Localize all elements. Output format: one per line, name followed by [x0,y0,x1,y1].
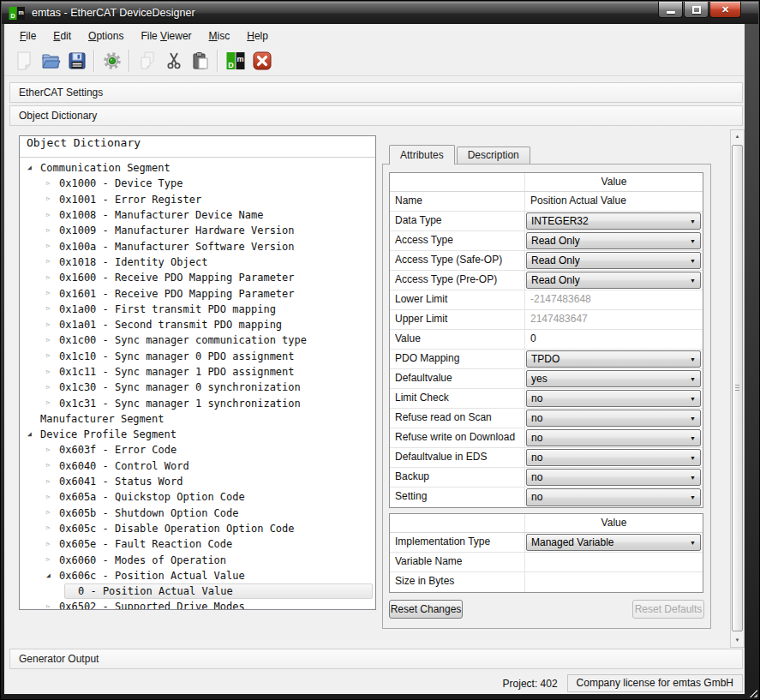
cut-button[interactable] [160,48,187,74]
collapsed-triangle-icon[interactable]: ▷ [46,322,59,328]
tree-item[interactable]: ▷0x1018 - Identity Object [20,254,375,270]
tree-item[interactable]: ▷0x1001 - Error Register [20,192,375,207]
copy-button[interactable] [134,48,160,74]
collapsed-triangle-icon[interactable]: ▷ [46,196,59,202]
refuse-read-on-scan-combo[interactable]: no▼ [526,410,701,427]
tree-item[interactable]: ▷0x1a00 - First transmit PDO mapping [20,302,375,317]
resize-grip[interactable] [747,687,757,697]
collapsed-triangle-icon[interactable]: ▷ [46,306,59,312]
expanded-triangle-icon[interactable]: ◢ [46,572,59,579]
open-button[interactable] [37,48,63,74]
paste-button[interactable] [187,48,213,74]
scrollbar-thumb[interactable] [732,145,743,631]
tree-item[interactable]: 0 - Position Actual Value [20,583,375,599]
tree-item[interactable]: ▷0x603f - Error Code [20,442,375,458]
collapsed-triangle-icon[interactable]: ▷ [46,212,59,218]
tree-item[interactable]: ▷0x1c00 - Sync manager communication typ… [20,332,375,348]
tree-item[interactable]: ▷0x605b - Shutdown Option Code [20,506,375,521]
collapsed-triangle-icon[interactable]: ▷ [46,525,59,531]
emtas-logo-button[interactable]: D m [222,48,248,74]
section-generator-output[interactable]: Generator Output [9,649,743,669]
menu-item-file[interactable]: File [11,27,45,45]
tree-item[interactable]: ◢Communication Segment [20,160,375,176]
collapsed-triangle-icon[interactable]: ▷ [46,290,59,296]
pdo-mapping-combo[interactable]: TPDO▼ [526,350,701,368]
tree-item[interactable]: ▷0x6502 - Supported Drive Modes [20,599,375,609]
collapsed-triangle-icon[interactable]: ▷ [46,510,59,516]
data-type-combo[interactable]: INTEGER32▼ [526,212,701,230]
menu-item-misc[interactable]: Misc [200,27,239,45]
tree-item[interactable]: ▷0x1a01 - Second transmit PDO mapping [20,317,375,332]
vertical-scrollbar[interactable]: ▲ ▼ [730,129,745,648]
variable-name-value[interactable] [525,553,703,571]
backup-combo[interactable]: no▼ [526,469,701,486]
collapsed-triangle-icon[interactable]: ▷ [46,369,59,375]
tree-item[interactable]: ▷0x1008 - Manufacturer Device Name [20,207,375,223]
collapsed-triangle-icon[interactable]: ▷ [46,604,59,609]
access-type-combo[interactable]: Read Only▼ [526,232,701,249]
menu-item-options[interactable]: Options [80,27,132,45]
menu-item-edit[interactable]: Edit [45,27,80,45]
tree-item[interactable]: ▷0x1000 - Device Type [20,176,375,191]
menu-item-help[interactable]: Help [238,27,277,45]
collapsed-triangle-icon[interactable]: ▷ [46,557,59,563]
section-ethercat-settings[interactable]: EtherCAT Settings [9,82,743,103]
tree-item[interactable]: Manufacturer Segment [20,411,375,427]
minimize-button[interactable] [658,2,683,18]
collapsed-triangle-icon[interactable]: ▷ [46,259,59,265]
collapsed-triangle-icon[interactable]: ▷ [46,243,59,249]
setting-combo[interactable]: no▼ [526,488,701,506]
tree-item[interactable]: ▷0x605e - Fault Reaction Code [20,536,375,552]
tree-item[interactable]: ◢Device Profile Segment [20,427,375,442]
tab-attributes[interactable]: Attributes [389,145,455,165]
collapsed-triangle-icon[interactable]: ▷ [46,228,59,234]
collapsed-triangle-icon[interactable]: ▷ [46,463,59,469]
scroll-down-icon[interactable]: ▼ [731,634,744,647]
tree-item[interactable]: ▷0x1c10 - Sync manager 0 PDO assignment [20,349,375,364]
value-value[interactable]: 0 [525,330,703,349]
expanded-triangle-icon[interactable]: ◢ [27,431,40,438]
save-button[interactable] [63,48,90,74]
collapsed-triangle-icon[interactable]: ▷ [46,181,59,187]
tree-item[interactable]: ▷0x6060 - Modes of Operation [20,552,375,567]
tree-item[interactable]: ▷0x1c31 - Sync manager 1 synchronization [20,395,375,410]
tree-item[interactable]: ▷0x1c11 - Sync manager 1 PDO assignment [20,364,375,380]
tree-item[interactable]: ▷0x6041 - Status Word [20,474,375,489]
collapsed-triangle-icon[interactable]: ▷ [46,338,59,344]
section-object-dictionary[interactable]: Object Dictionary [9,105,743,126]
scroll-up-icon[interactable]: ▲ [731,130,744,143]
limit-check-combo[interactable]: no▼ [526,390,701,407]
collapsed-triangle-icon[interactable]: ▷ [46,400,59,406]
collapsed-triangle-icon[interactable]: ▷ [46,541,59,547]
collapsed-triangle-icon[interactable]: ▷ [46,275,59,281]
defaultvalue-combo[interactable]: yes▼ [526,370,701,387]
collapsed-triangle-icon[interactable]: ▷ [46,479,59,485]
name-value[interactable]: Position Actual Value [525,192,703,211]
collapsed-triangle-icon[interactable]: ▷ [46,494,59,500]
reset-defaults-button[interactable]: Reset Defaults [632,600,704,619]
reset-changes-button[interactable]: Reset Changes [389,600,463,619]
menu-item-file-viewer[interactable]: File Viewer [132,27,200,45]
defaultvalue-in-eds-combo[interactable]: no▼ [526,449,701,466]
tree-item[interactable]: ▷0x1c30 - Sync manager 0 synchronization [20,380,375,395]
expanded-triangle-icon[interactable]: ◢ [27,165,40,171]
new-file-button[interactable] [10,48,37,74]
tree-item[interactable]: ▷0x1601 - Receive PDO Mapping Parameter [20,285,375,301]
tree-item[interactable]: ▷0x6040 - Control Word [20,458,375,474]
access-type-safe-op-combo[interactable]: Read Only▼ [526,252,701,269]
size-in-bytes-value[interactable] [525,572,703,592]
access-type-pre-op-combo[interactable]: Read Only▼ [526,272,701,289]
implementation-type-combo[interactable]: Managed Variable▼ [526,534,701,551]
maximize-button[interactable] [684,2,709,18]
refuse-write-on-download-combo[interactable]: no▼ [526,429,701,446]
collapsed-triangle-icon[interactable]: ▷ [46,385,59,391]
collapsed-triangle-icon[interactable]: ▷ [46,353,59,359]
exit-button[interactable] [248,48,275,74]
tree-item[interactable]: ▷0x605a - Quickstop Option Code [20,489,375,505]
settings-button[interactable] [99,48,125,74]
tree-item[interactable]: ◢0x606c - Position Actual Value [20,568,375,583]
tree-item[interactable]: ▷0x605c - Disable Operation Option Code [20,521,375,536]
collapsed-triangle-icon[interactable]: ▷ [46,447,59,453]
tree-item[interactable]: ▷0x100a - Manufacturer Software Version [20,238,375,254]
close-button[interactable]: ✕ [709,2,741,18]
